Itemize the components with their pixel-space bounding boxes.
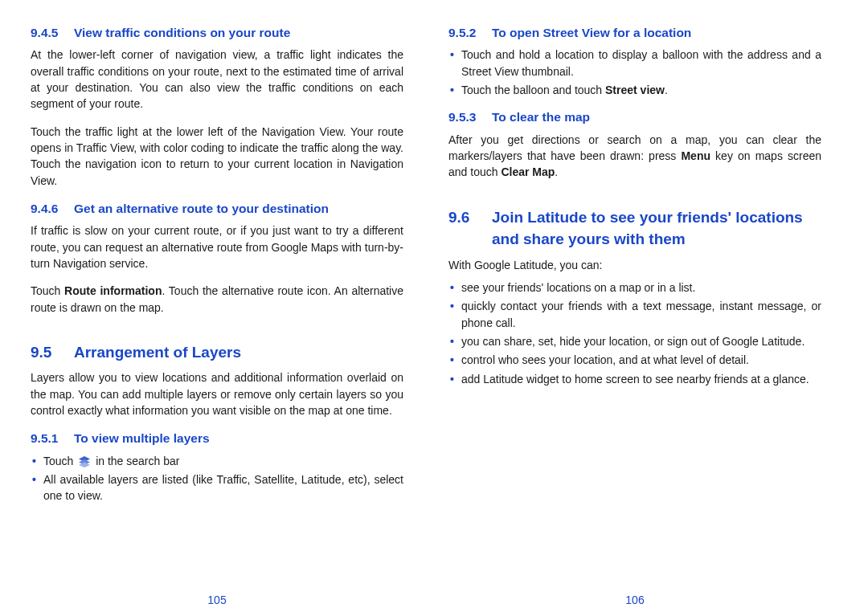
heading-951: 9.5.1 To view multiple layers [31,430,403,447]
bullet-list: see your friends' locations on a map or … [448,279,821,390]
para: With Google Latitude, you can: [448,257,821,273]
para: Layers allow you to view locations and a… [31,369,403,418]
heading-number: 9.5.1 [31,430,74,447]
heading-952: 9.5.2 To open Street View for a location [448,24,821,42]
list-item: All available layers are listed (like Tr… [31,471,403,504]
heading-title: To view multiple layers [74,430,210,447]
list-item: you can share, set, hide your location, … [448,333,821,349]
heading-number: 9.5.3 [448,108,492,126]
list-item: control who sees your location, and at w… [448,352,821,368]
heading-number: 9.5 [31,341,74,364]
heading-title: To clear the map [492,108,590,126]
bold-text: Clear Map [501,165,555,178]
layers-icon [78,456,91,467]
page-number: 105 [8,592,426,608]
list-item: Touch the balloon and touch Street view. [448,82,821,98]
heading-title: Join Latitude to see your friends' locat… [492,206,821,251]
heading-96: 9.6 Join Latitude to see your friends' l… [448,206,821,251]
heading-title: Get an alternative route to your destina… [74,200,329,218]
heading-number: 9.6 [448,206,492,251]
para: After you get directions or search on a … [448,132,821,181]
para: If traffic is slow on your current route… [31,222,403,271]
heading-title: View traffic conditions on your route [74,24,290,42]
list-item: Touch and hold a location to display a b… [448,47,821,80]
page-right: 9.5.2 To open Street View for a location… [426,24,844,616]
heading-945: 9.4.5 View traffic conditions on your ro… [31,24,403,42]
heading-953: 9.5.3 To clear the map [448,108,821,126]
list-item: see your friends' locations on a map or … [448,279,821,296]
heading-number: 9.5.2 [448,24,492,42]
bullet-list: Touch in the search bar All available la… [31,453,403,507]
list-item: add Latitude widget to home screen to se… [448,371,821,387]
heading-number: 9.4.6 [31,200,74,218]
list-item: Touch in the search bar [31,453,403,469]
heading-title: To open Street View for a location [492,24,691,42]
bold-text: Menu [681,149,710,162]
para: Touch the traffic light at the lower lef… [31,124,403,189]
para: Touch Route information. Touch the alter… [31,283,403,316]
page-number: 106 [426,592,844,608]
bold-text: Street view [605,84,665,96]
page-left: 9.4.5 View traffic conditions on your ro… [8,24,426,616]
heading-95: 9.5 Arrangement of Layers [31,341,403,364]
bullet-list: Touch and hold a location to display a b… [448,47,821,100]
heading-title: Arrangement of Layers [74,341,241,364]
list-item: quickly contact your friends with a text… [448,298,821,331]
para: At the lower-left corner of navigation v… [31,47,403,112]
bold-text: Route information [64,284,162,297]
heading-946: 9.4.6 Get an alternative route to your d… [31,200,403,218]
heading-number: 9.4.5 [31,24,74,42]
